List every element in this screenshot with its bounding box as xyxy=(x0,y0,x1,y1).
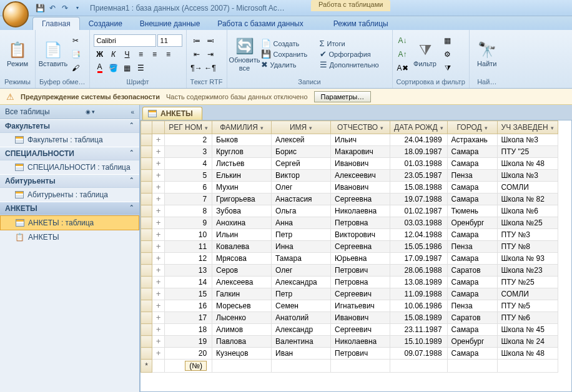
cell-dat[interactable]: 28.06.1988 xyxy=(390,265,447,277)
cell-dat[interactable]: 09.07.1988 xyxy=(390,348,447,360)
cell-otch[interactable]: Иванович xyxy=(331,158,390,170)
cell-otch[interactable]: Алексеевич xyxy=(331,170,390,182)
navitem[interactable]: Факультеты : таблица xyxy=(0,133,139,147)
filter-button[interactable]: ⧩ Фильтр xyxy=(412,39,439,69)
cell-otch[interactable]: Викторович xyxy=(331,229,390,241)
expand-toggle[interactable]: + xyxy=(152,300,165,312)
row-selector[interactable] xyxy=(141,265,152,277)
cell-otch[interactable]: Макарович xyxy=(331,146,390,158)
cell-fam[interactable]: Серов xyxy=(212,265,272,277)
expand-toggle[interactable]: + xyxy=(152,134,165,146)
cell-imya[interactable]: Ольга xyxy=(272,205,331,217)
cell-imya[interactable]: Семен xyxy=(272,300,331,312)
cell-dat[interactable]: 15.10.1989 xyxy=(390,336,447,348)
table-row[interactable]: + 20 Кузнецов Иван Петрович 09.07.1988 С… xyxy=(141,348,558,360)
align-center-icon[interactable]: ≡ xyxy=(149,48,161,61)
cell-otch[interactable]: Петровна xyxy=(331,217,390,229)
cell-gor[interactable]: Самара xyxy=(447,288,497,300)
cell-uz[interactable]: Школа № 48 xyxy=(497,158,558,170)
column-header[interactable]: ГОРОД▾ xyxy=(447,121,497,134)
cell-uz[interactable]: Школа № 82 xyxy=(497,194,558,205)
column-header[interactable]: ДАТА РОЖД▾ xyxy=(390,121,447,134)
expand-toggle[interactable]: + xyxy=(152,170,165,182)
cell-gor[interactable]: Самара xyxy=(447,253,497,265)
redo-icon[interactable]: ↷ xyxy=(60,3,70,13)
cell-imya[interactable]: Борис xyxy=(272,146,331,158)
cell-imya[interactable]: Петр xyxy=(272,288,331,300)
cell-otch[interactable]: Николаевна xyxy=(331,205,390,217)
cell-gor[interactable]: Самара xyxy=(447,277,497,288)
cell-reg[interactable]: 10 xyxy=(165,229,212,241)
cell-imya[interactable]: Олег xyxy=(272,265,331,277)
cell-imya[interactable]: Петр xyxy=(272,229,331,241)
cell-fam[interactable]: Ковалева xyxy=(212,241,272,253)
cell-uz[interactable]: ПТУ №6 xyxy=(497,312,558,324)
cell-uz[interactable]: СОМЛИ xyxy=(497,288,558,300)
cell-dat[interactable]: 18.09.1987 xyxy=(390,146,447,158)
expand-toggle[interactable]: + xyxy=(152,194,165,205)
row-selector[interactable] xyxy=(141,158,152,170)
cell-otch[interactable]: Сергеевна xyxy=(331,241,390,253)
cell-gor[interactable]: Самара xyxy=(447,158,497,170)
save-icon[interactable]: 💾 xyxy=(35,3,45,13)
cell-uz[interactable]: Школа № 48 xyxy=(497,348,558,360)
cell-fam[interactable]: Павлова xyxy=(212,336,272,348)
cell-reg[interactable]: 14 xyxy=(165,277,212,288)
alt-row-icon[interactable]: ☰ xyxy=(135,62,147,74)
cell-uz[interactable]: Школа №25 xyxy=(497,217,558,229)
cell-imya[interactable]: Олег xyxy=(272,182,331,194)
column-header[interactable]: РЕГ НОМ▾ xyxy=(165,121,212,134)
cell-reg[interactable]: 18 xyxy=(165,324,212,336)
cell-imya[interactable]: Инна xyxy=(272,241,331,253)
navitem[interactable]: 📋АНКЕТЫ xyxy=(0,230,139,244)
row-selector[interactable] xyxy=(141,288,152,300)
advanced-filter-icon[interactable]: ⚙ xyxy=(441,48,454,61)
cell-otch[interactable]: Иванович xyxy=(331,182,390,194)
table-row[interactable]: + 8 Зубова Ольга Николаевна 01.02.1987 Т… xyxy=(141,205,558,217)
tab-home[interactable]: Главная xyxy=(32,17,80,30)
expand-toggle[interactable]: + xyxy=(152,158,165,170)
cell-gor[interactable]: Оренбург xyxy=(447,336,497,348)
cell-uz[interactable]: ПТУ №25 xyxy=(497,277,558,288)
column-dropdown-icon[interactable]: ▾ xyxy=(551,125,554,131)
cell-reg[interactable]: 16 xyxy=(165,300,212,312)
cell-dat[interactable]: 03.03.1988 xyxy=(390,217,447,229)
expand-toggle[interactable]: + xyxy=(152,241,165,253)
cell-uz[interactable]: Школа №3 xyxy=(497,170,558,182)
expand-toggle[interactable]: + xyxy=(152,253,165,265)
cell-imya[interactable]: Анастасия xyxy=(272,194,331,205)
cell-otch[interactable]: Игнатьевич xyxy=(331,300,390,312)
cell-reg[interactable]: 19 xyxy=(165,336,212,348)
bold-icon[interactable]: Ж xyxy=(94,48,106,61)
table-row[interactable]: + 11 Ковалева Инна Сергеевна 15.05.1986 … xyxy=(141,241,558,253)
cell-uz[interactable]: ПТУ №5 xyxy=(497,300,558,312)
refresh-all-button[interactable]: 🔄 Обновить все xyxy=(231,35,259,72)
cell-fam[interactable]: Ильин xyxy=(212,229,272,241)
cell-gor[interactable]: Саратов xyxy=(447,312,497,324)
row-selector[interactable] xyxy=(141,253,152,265)
cell-otch[interactable]: Сергеевна xyxy=(331,194,390,205)
table-row[interactable]: + 5 Елькин Виктор Алексеевич 23.05.1987 … xyxy=(141,170,558,182)
table-row[interactable]: + 9 Анохина Анна Петровна 03.03.1988 Оре… xyxy=(141,217,558,229)
align-left-icon[interactable]: ≡ xyxy=(135,48,147,61)
table-row[interactable]: + 17 Лысенко Анатолий Иванович 15.08.198… xyxy=(141,312,558,324)
row-selector[interactable] xyxy=(141,134,152,146)
column-dropdown-icon[interactable]: ▾ xyxy=(260,125,264,131)
rtl-icon[interactable]: ←¶ xyxy=(204,62,217,74)
row-selector[interactable] xyxy=(141,194,152,205)
table-row[interactable]: + 19 Павлова Валентина Николаевна 15.10.… xyxy=(141,336,558,348)
table-row[interactable]: + 3 Круглов Борис Макарович 18.09.1987 С… xyxy=(141,146,558,158)
cell-fam[interactable]: Быков xyxy=(212,134,272,146)
column-dropdown-icon[interactable]: ▾ xyxy=(440,125,443,131)
number-list-icon[interactable]: ≕ xyxy=(204,34,217,47)
navitem[interactable]: АНКЕТЫ : таблица xyxy=(0,215,139,230)
navitem[interactable]: Абитурьенты : таблица xyxy=(0,188,139,202)
cell-reg[interactable]: 17 xyxy=(165,312,212,324)
font-color-icon[interactable]: A xyxy=(94,62,106,74)
navpane-header[interactable]: Все таблицы ◉ ▾ « xyxy=(0,105,139,119)
security-options-button[interactable]: Параметры… xyxy=(314,91,372,102)
cell-uz[interactable]: ПТУ №3 xyxy=(497,229,558,241)
cell-fam[interactable]: Зубова xyxy=(212,205,272,217)
cell-reg[interactable]: 5 xyxy=(165,170,212,182)
cell-imya[interactable]: Анна xyxy=(272,217,331,229)
